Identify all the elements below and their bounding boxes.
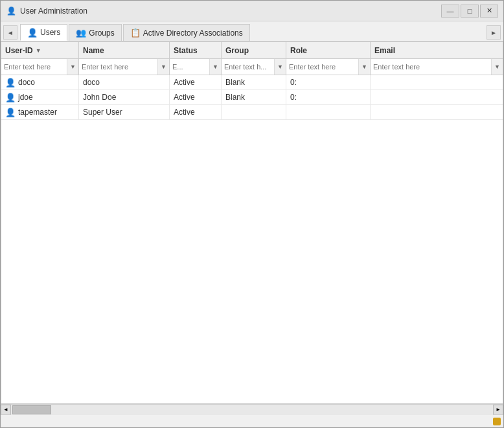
groups-tab-label: Groups [89,29,114,38]
sort-icon-userid: ▼ [36,47,41,54]
col-filter-status: ▼ [170,59,221,75]
filter-icon-group: ▼ [277,64,283,70]
tab-users[interactable]: 👤 Users [20,24,67,41]
cell-role-3 [286,105,371,119]
scroll-thumb[interactable] [12,405,51,414]
nav-arrow-left[interactable]: ◄ [3,25,17,40]
status-bar [1,414,503,427]
cell-status-3: Active [170,105,222,119]
users-tab-icon: 👤 [27,28,38,38]
user-icon-2: 👤 [5,93,16,102]
scroll-right-btn[interactable]: ► [493,405,503,415]
filter-input-name[interactable] [79,62,157,72]
nav-arrow-right[interactable]: ► [487,25,501,40]
content-area: ◄ 👤 Users 👥 Groups 📋 Active Directory As… [1,21,503,427]
scroll-left-btn[interactable]: ◄ [1,405,11,415]
col-label-email[interactable]: Email [371,42,503,59]
filter-icon-status: ▼ [212,64,218,70]
filter-btn-email[interactable]: ▼ [491,59,503,75]
window-title: User Administration [20,6,87,16]
col-header-status: Status ▼ [170,42,222,75]
user-icon-3: 👤 [5,108,16,117]
cell-name-1: doco [79,75,170,89]
maximize-button[interactable]: □ [461,5,479,18]
active-directory-tab-icon: 📋 [130,28,141,38]
cell-group-2: Blank [222,90,286,104]
col-filter-role: ▼ [286,59,370,75]
minimize-button[interactable]: — [441,5,459,18]
cell-userid-2: 👤 jdoe [1,90,79,104]
col-header-userid: User-ID ▼ ▼ [1,42,79,75]
col-header-group: Group ▼ [222,42,286,75]
filter-input-role[interactable] [286,62,358,72]
table-row[interactable]: 👤 tapemaster Super User Active [1,105,503,120]
cell-userid-3: 👤 tapemaster [1,105,79,119]
col-header-email: Email ▼ [371,42,503,75]
window-controls: — □ ✕ [441,5,498,18]
col-label-group[interactable]: Group [222,42,286,59]
col-filter-group: ▼ [222,59,286,75]
table-body: 👤 doco doco Active Blank 0: 👤 jdoe John [1,75,503,403]
cell-status-2: Active [170,90,222,104]
status-indicator [493,418,501,425]
filter-input-status[interactable] [170,62,209,72]
cell-userid-1: 👤 doco [1,75,79,89]
filter-icon-role: ▼ [361,64,367,70]
cell-name-3: Super User [79,105,170,119]
table-row[interactable]: 👤 jdoe John Doe Active Blank 0: [1,90,503,105]
cell-email-1 [371,75,503,89]
col-label-userid[interactable]: User-ID ▼ [1,42,78,59]
filter-input-userid[interactable] [1,62,67,72]
filter-icon-email: ▼ [494,64,500,70]
groups-tab-icon: 👥 [76,28,86,38]
window-icon: 👤 [6,6,16,16]
user-icon-1: 👤 [5,78,16,88]
cell-role-1: 0: [286,75,371,89]
users-tab-label: Users [40,28,60,37]
scroll-track[interactable] [11,405,493,415]
title-bar: 👤 User Administration — □ ✕ [1,1,503,21]
col-header-name: Name ▼ [79,42,170,75]
active-directory-tab-label: Active Directory Associations [143,29,243,38]
col-label-status[interactable]: Status [170,42,221,59]
tab-groups[interactable]: 👥 Groups [69,24,121,41]
filter-btn-name[interactable]: ▼ [157,59,169,75]
cell-email-2 [371,90,503,104]
filter-btn-role[interactable]: ▼ [358,59,370,75]
filter-input-group[interactable] [222,62,274,72]
horizontal-scrollbar: ◄ ► [1,404,503,414]
nav-bar: ◄ 👤 Users 👥 Groups 📋 Active Directory As… [1,21,503,42]
cell-group-3 [222,105,286,119]
col-label-name[interactable]: Name [79,42,169,59]
tab-active-directory[interactable]: 📋 Active Directory Associations [123,24,250,41]
cell-name-2: John Doe [79,90,170,104]
filter-icon-userid: ▼ [70,64,76,70]
col-label-role[interactable]: Role [286,42,370,59]
filter-btn-status[interactable]: ▼ [209,59,221,75]
filter-btn-group[interactable]: ▼ [274,59,286,75]
table-header: User-ID ▼ ▼ Name [1,42,503,75]
col-filter-userid: ▼ [1,59,78,75]
col-header-role: Role ▼ [286,42,371,75]
cell-status-1: Active [170,75,222,89]
tabs-container: 👤 Users 👥 Groups 📋 Active Directory Asso… [17,24,487,41]
table-row[interactable]: 👤 doco doco Active Blank 0: [1,75,503,90]
filter-icon-name: ▼ [161,64,166,70]
main-window: 👤 User Administration — □ ✕ ◄ 👤 Users 👥 … [0,0,504,428]
filter-btn-userid[interactable]: ▼ [67,59,78,75]
cell-group-1: Blank [222,75,286,89]
title-bar-left: 👤 User Administration [6,6,87,16]
filter-input-email[interactable] [371,62,491,72]
col-filter-email: ▼ [371,59,503,75]
cell-email-3 [371,105,503,119]
table-container: User-ID ▼ ▼ Name [1,42,503,404]
close-button[interactable]: ✕ [480,5,498,18]
cell-role-2: 0: [286,90,371,104]
col-filter-name: ▼ [79,59,169,75]
